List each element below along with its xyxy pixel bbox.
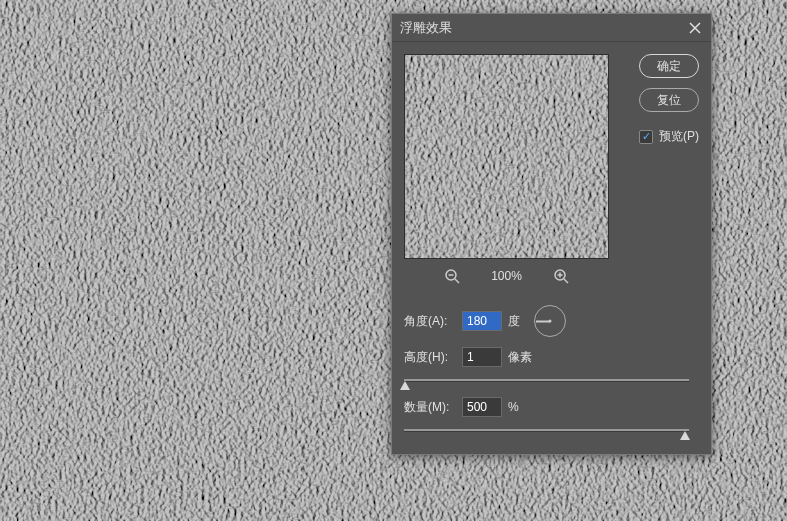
preview-checkbox-label: 预览(P)	[659, 128, 699, 145]
svg-line-3	[455, 279, 459, 283]
preview-area[interactable]	[404, 54, 609, 259]
height-slider[interactable]	[404, 377, 689, 391]
amount-input[interactable]	[462, 397, 502, 417]
angle-dial[interactable]	[534, 305, 566, 337]
svg-rect-1	[405, 55, 609, 259]
height-unit: 像素	[508, 349, 532, 366]
ok-button[interactable]: 确定	[639, 54, 699, 78]
zoom-in-button[interactable]	[552, 267, 570, 285]
svg-line-6	[564, 279, 568, 283]
dialog-title: 浮雕效果	[400, 19, 452, 37]
titlebar[interactable]: 浮雕效果	[392, 14, 711, 42]
zoom-out-button[interactable]	[443, 267, 461, 285]
angle-label: 角度(A):	[404, 313, 456, 330]
amount-unit: %	[508, 400, 519, 414]
reset-button[interactable]: 复位	[639, 88, 699, 112]
emboss-dialog: 浮雕效果 100%	[391, 13, 712, 455]
amount-label: 数量(M):	[404, 399, 456, 416]
close-button[interactable]	[687, 20, 703, 36]
height-input[interactable]	[462, 347, 502, 367]
angle-unit: 度	[508, 313, 520, 330]
zoom-level: 100%	[491, 269, 522, 283]
preview-checkbox[interactable]: ✓	[639, 130, 653, 144]
height-label: 高度(H):	[404, 349, 456, 366]
angle-input[interactable]	[462, 311, 502, 331]
amount-slider[interactable]	[404, 427, 689, 441]
